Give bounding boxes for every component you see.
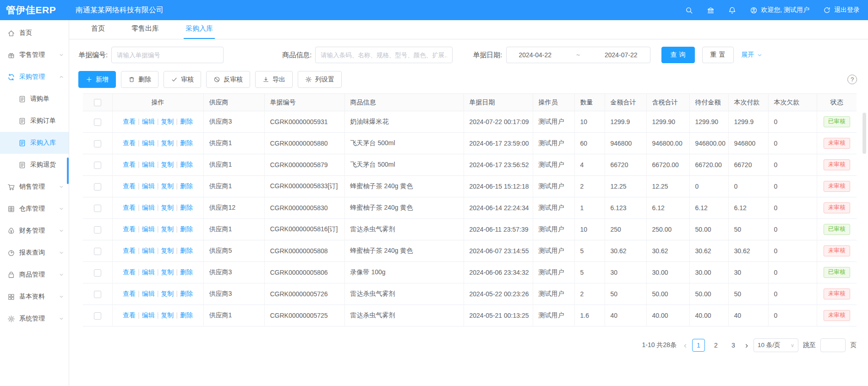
row-checkbox[interactable] xyxy=(94,226,101,234)
sidebar-item-purchase-request[interactable]: 请购单 xyxy=(0,88,69,110)
link-separator: | xyxy=(157,204,159,211)
search-icon[interactable] xyxy=(685,6,693,14)
edit-link[interactable]: 编辑 xyxy=(142,225,155,233)
delete-link[interactable]: 删除 xyxy=(180,139,193,147)
sidebar-item-purchase-return[interactable]: 采购退货 xyxy=(0,154,69,176)
delete-link[interactable]: 删除 xyxy=(180,182,193,190)
add-button[interactable]: 新增 xyxy=(78,71,116,88)
tab-retail-outbound[interactable]: 零售出库 xyxy=(130,24,161,39)
column-settings-button[interactable]: 列设置 xyxy=(298,71,342,88)
copy-link[interactable]: 复制 xyxy=(161,182,174,190)
sidebar-item-basic-data[interactable]: 基本资料 xyxy=(0,286,69,308)
sidebar-item-purchase-mgmt[interactable]: 采购管理 xyxy=(0,66,69,88)
doc-icon xyxy=(18,95,26,103)
row-checkbox[interactable] xyxy=(94,291,101,298)
row-actions-cell: 查看|编辑|复制|删除 xyxy=(112,283,203,305)
view-link[interactable]: 查看 xyxy=(123,182,136,190)
sidebar-item-goods-mgmt[interactable]: 商品管理 xyxy=(0,264,69,286)
unaudit-button[interactable]: 反审核 xyxy=(206,71,250,88)
page-size-select[interactable]: 10 条/页 ∨ xyxy=(753,338,798,352)
delete-link[interactable]: 删除 xyxy=(180,118,193,125)
edit-link[interactable]: 编辑 xyxy=(142,182,155,190)
product-info-input[interactable] xyxy=(315,47,453,63)
edit-link[interactable]: 编辑 xyxy=(142,204,155,211)
sidebar-item-home[interactable]: 首页 xyxy=(0,22,69,44)
sidebar-scrollbar[interactable] xyxy=(67,158,69,184)
search-button[interactable]: 查询 xyxy=(661,47,695,63)
copy-link[interactable]: 复制 xyxy=(161,161,174,168)
sidebar-item-warehouse-mgmt[interactable]: 仓库管理 xyxy=(0,198,69,220)
view-link[interactable]: 查看 xyxy=(123,290,136,297)
page-button-3[interactable]: 3 xyxy=(727,339,740,352)
delete-link[interactable]: 删除 xyxy=(180,311,193,319)
row-checkbox[interactable] xyxy=(94,248,101,255)
view-link[interactable]: 查看 xyxy=(123,247,136,254)
view-link[interactable]: 查看 xyxy=(123,225,136,233)
copy-link[interactable]: 复制 xyxy=(161,311,174,319)
next-page-button[interactable]: › xyxy=(744,341,749,349)
doc-no-input[interactable] xyxy=(111,47,224,63)
copy-link[interactable]: 复制 xyxy=(161,225,174,233)
bell-icon[interactable] xyxy=(728,6,736,14)
user-menu[interactable]: 欢迎您, 测试用户 xyxy=(750,6,809,14)
row-checkbox[interactable] xyxy=(94,312,101,320)
row-checkbox[interactable] xyxy=(94,140,101,147)
audit-button[interactable]: 审核 xyxy=(164,71,201,88)
sidebar-item-sales-mgmt[interactable]: 销售管理 xyxy=(0,176,69,198)
export-button[interactable]: 导出 xyxy=(255,71,293,88)
row-checkbox[interactable] xyxy=(94,205,101,212)
reset-button[interactable]: 重置 xyxy=(702,47,734,63)
copy-link[interactable]: 复制 xyxy=(161,290,174,297)
row-checkbox[interactable] xyxy=(94,183,101,190)
sidebar-item-finance-mgmt[interactable]: 财务管理 xyxy=(0,220,69,242)
table-scrollbar[interactable] xyxy=(863,113,866,154)
delete-link[interactable]: 删除 xyxy=(180,204,193,211)
delete-link[interactable]: 删除 xyxy=(180,161,193,168)
sidebar-item-report-query[interactable]: 报表查询 xyxy=(0,242,69,264)
sidebar-item-purchase-order[interactable]: 采购订单 xyxy=(0,110,69,132)
delete-link[interactable]: 删除 xyxy=(180,225,193,233)
date-from-value[interactable]: 2024-04-22 xyxy=(519,51,551,59)
copy-link[interactable]: 复制 xyxy=(161,204,174,211)
view-link[interactable]: 查看 xyxy=(123,161,136,168)
delete-link[interactable]: 删除 xyxy=(180,247,193,254)
edit-link[interactable]: 编辑 xyxy=(142,311,155,319)
row-checkbox[interactable] xyxy=(94,269,101,277)
delete-link[interactable]: 删除 xyxy=(180,268,193,276)
delete-link[interactable]: 删除 xyxy=(180,290,193,297)
view-link[interactable]: 查看 xyxy=(123,139,136,147)
sidebar-item-retail-mgmt[interactable]: 零售管理 xyxy=(0,44,69,66)
copy-link[interactable]: 复制 xyxy=(161,118,174,125)
delete-button[interactable]: 删除 xyxy=(121,71,158,88)
sidebar-item-system-mgmt[interactable]: 系统管理 xyxy=(0,308,69,330)
view-link[interactable]: 查看 xyxy=(123,268,136,276)
select-all-checkbox[interactable] xyxy=(94,99,101,106)
page-button-2[interactable]: 2 xyxy=(710,339,722,352)
copy-link[interactable]: 复制 xyxy=(161,139,174,147)
sidebar-item-purchase-inbound[interactable]: 采购入库 xyxy=(0,132,69,154)
date-to-value[interactable]: 2024-07-22 xyxy=(605,51,638,59)
tab-purchase-inbound[interactable]: 采购入库 xyxy=(184,24,215,39)
row-checkbox[interactable] xyxy=(94,119,101,126)
row-checkbox[interactable] xyxy=(94,162,101,169)
prev-page-button[interactable]: ‹ xyxy=(683,341,688,349)
edit-link[interactable]: 编辑 xyxy=(142,139,155,147)
logout-button[interactable]: 退出登录 xyxy=(823,6,860,14)
jump-page-input[interactable] xyxy=(820,338,846,352)
view-link[interactable]: 查看 xyxy=(123,118,136,125)
view-link[interactable]: 查看 xyxy=(123,204,136,211)
copy-link[interactable]: 复制 xyxy=(161,247,174,254)
view-link[interactable]: 查看 xyxy=(123,311,136,319)
edit-link[interactable]: 编辑 xyxy=(142,247,155,254)
bank-icon[interactable] xyxy=(707,6,715,14)
help-icon[interactable]: ? xyxy=(847,75,857,84)
copy-link[interactable]: 复制 xyxy=(161,268,174,276)
edit-link[interactable]: 编辑 xyxy=(142,268,155,276)
edit-link[interactable]: 编辑 xyxy=(142,290,155,297)
expand-link[interactable]: 展开 xyxy=(742,51,763,59)
date-range-picker[interactable]: 2024-04-22 ~ 2024-07-22 xyxy=(506,47,650,63)
tab-home[interactable]: 首页 xyxy=(89,24,107,39)
page-button-1[interactable]: 1 xyxy=(692,339,705,352)
edit-link[interactable]: 编辑 xyxy=(142,161,155,168)
edit-link[interactable]: 编辑 xyxy=(142,118,155,125)
